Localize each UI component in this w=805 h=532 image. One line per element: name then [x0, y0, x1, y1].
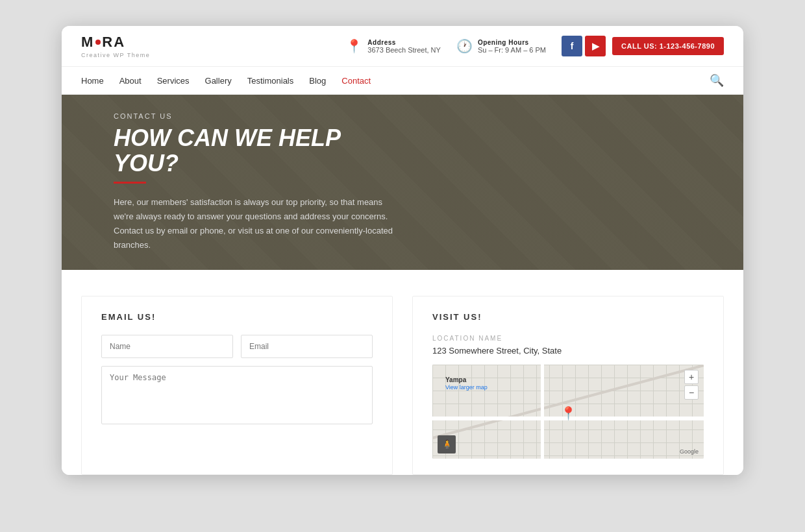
- site-header: MRA Creative WP Theme 📍 Address 3673 Bee…: [62, 26, 743, 67]
- street-view-icon[interactable]: 🧍: [438, 435, 456, 453]
- google-label: Google: [680, 448, 699, 455]
- visit-section: VISIT US! LOCATION NAME 123 Somewhere St…: [412, 296, 724, 475]
- search-icon[interactable]: 🔍: [710, 73, 724, 88]
- youtube-button[interactable]: ▶: [585, 36, 606, 56]
- location-label: LOCATION NAME: [432, 335, 704, 342]
- hero-label: CONTACT US: [114, 112, 399, 120]
- map-road-vertical: [541, 365, 544, 459]
- hours-info: 🕐 Opening Hours Su – Fr: 9 AM – 6 PM: [456, 38, 546, 54]
- nav-item-contact[interactable]: Contact: [341, 75, 371, 86]
- call-cta-button[interactable]: CALL US: 1-123-456-7890: [612, 37, 724, 55]
- logo-dot: [95, 40, 101, 45]
- map-inner: Yampa View larger map 📍 + − Google 🧍: [432, 365, 704, 459]
- map-label-yampa: Yampa: [445, 376, 466, 383]
- nav-item-blog[interactable]: Blog: [309, 75, 326, 86]
- content-area: EMAIL US! VISIT US! LOCATION NAME 123 So…: [62, 270, 743, 475]
- hero-description: Here, our members' satisfaction is alway…: [114, 195, 399, 252]
- social-cta: f ▶ CALL US: 1-123-456-7890: [562, 36, 724, 56]
- email-section: EMAIL US!: [81, 296, 393, 475]
- address-value: 3673 Beech Street, NY: [367, 46, 441, 54]
- header-info: 📍 Address 3673 Beech Street, NY 🕐 Openin…: [346, 36, 724, 56]
- map-pin-icon: 📍: [560, 405, 576, 421]
- logo-text: MRA: [81, 34, 150, 51]
- hero-title: HOW CAN WE HELP YOU?: [114, 125, 399, 176]
- name-input[interactable]: [101, 335, 233, 358]
- map-view-larger-link[interactable]: View larger map: [445, 384, 488, 391]
- hero-divider: [114, 182, 146, 184]
- address-label: Address: [367, 39, 441, 46]
- nav-item-about[interactable]: About: [119, 75, 142, 86]
- nav-item-home[interactable]: Home: [81, 75, 104, 86]
- hero-content: CONTACT US HOW CAN WE HELP YOU? Here, ou…: [62, 112, 451, 253]
- map-zoom-controls: + −: [684, 370, 699, 400]
- hours-label: Opening Hours: [478, 39, 546, 46]
- map-zoom-in-button[interactable]: +: [684, 370, 699, 384]
- address-info: 📍 Address 3673 Beech Street, NY: [346, 38, 441, 54]
- main-nav: Home About Services Gallery Testimonials…: [62, 67, 743, 95]
- facebook-button[interactable]: f: [562, 36, 582, 56]
- logo-subtitle: Creative WP Theme: [81, 52, 150, 58]
- form-name-email-row: [101, 335, 373, 358]
- map-container: Yampa View larger map 📍 + − Google 🧍: [432, 365, 704, 459]
- nav-item-services[interactable]: Services: [157, 75, 190, 86]
- map-road-diagonal: [432, 365, 704, 444]
- location-icon: 📍: [346, 38, 362, 54]
- nav-links: Home About Services Gallery Testimonials…: [81, 67, 371, 94]
- email-section-title: EMAIL US!: [101, 312, 373, 322]
- map-zoom-out-button[interactable]: −: [684, 385, 699, 400]
- location-address: 123 Somewhere Street, City, State: [432, 346, 704, 356]
- nav-item-gallery[interactable]: Gallery: [205, 75, 232, 86]
- hero-section: CONTACT US HOW CAN WE HELP YOU? Here, ou…: [62, 95, 743, 270]
- browser-window: MRA Creative WP Theme 📍 Address 3673 Bee…: [62, 26, 743, 475]
- visit-section-title: VISIT US!: [432, 312, 704, 322]
- email-input[interactable]: [241, 335, 373, 358]
- message-textarea[interactable]: [101, 366, 373, 424]
- hours-value: Su – Fr: 9 AM – 6 PM: [478, 46, 546, 54]
- logo[interactable]: MRA Creative WP Theme: [81, 34, 150, 58]
- nav-item-testimonials[interactable]: Testimonials: [247, 75, 294, 86]
- clock-icon: 🕐: [456, 38, 473, 54]
